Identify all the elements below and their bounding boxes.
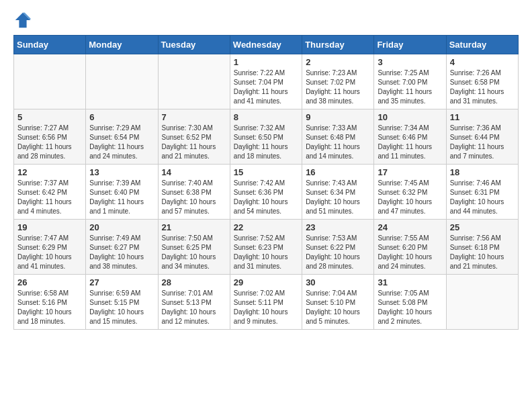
day-content: Sunrise: 7:56 AM Sunset: 6:18 PM Dayligh… bbox=[450, 234, 515, 271]
calendar-cell: 8Sunrise: 7:32 AM Sunset: 6:50 PM Daylig… bbox=[230, 109, 302, 165]
day-number: 9 bbox=[306, 112, 370, 122]
weekday-header-tuesday: Tuesday bbox=[158, 36, 230, 54]
day-content: Sunrise: 7:42 AM Sunset: 6:36 PM Dayligh… bbox=[234, 179, 298, 216]
calendar-cell: 10Sunrise: 7:34 AM Sunset: 6:46 PM Dayli… bbox=[374, 109, 446, 165]
day-content: Sunrise: 7:26 AM Sunset: 6:58 PM Dayligh… bbox=[450, 68, 515, 106]
weekday-header-saturday: Saturday bbox=[446, 36, 518, 54]
day-number: 20 bbox=[89, 222, 154, 232]
day-number: 29 bbox=[234, 277, 298, 287]
logo bbox=[13, 11, 35, 30]
day-number: 11 bbox=[450, 112, 515, 122]
calendar-cell: 14Sunrise: 7:40 AM Sunset: 6:38 PM Dayli… bbox=[158, 165, 230, 220]
calendar-cell: 15Sunrise: 7:42 AM Sunset: 6:36 PM Dayli… bbox=[230, 165, 302, 220]
calendar-cell bbox=[446, 275, 518, 330]
calendar-cell: 18Sunrise: 7:46 AM Sunset: 6:31 PM Dayli… bbox=[446, 165, 518, 220]
calendar-cell: 23Sunrise: 7:53 AM Sunset: 6:22 PM Dayli… bbox=[302, 220, 374, 275]
calendar-cell: 28Sunrise: 7:01 AM Sunset: 5:13 PM Dayli… bbox=[158, 275, 230, 330]
day-number: 4 bbox=[450, 57, 515, 67]
calendar-cell: 24Sunrise: 7:55 AM Sunset: 6:20 PM Dayli… bbox=[374, 220, 446, 275]
calendar-cell: 31Sunrise: 7:05 AM Sunset: 5:08 PM Dayli… bbox=[374, 275, 446, 330]
calendar-cell: 20Sunrise: 7:49 AM Sunset: 6:27 PM Dayli… bbox=[86, 220, 158, 275]
page: SundayMondayTuesdayWednesdayThursdayFrid… bbox=[0, 0, 532, 343]
calendar-cell: 1Sunrise: 7:22 AM Sunset: 7:04 PM Daylig… bbox=[230, 54, 302, 109]
day-number: 31 bbox=[378, 277, 442, 287]
day-number: 28 bbox=[162, 277, 226, 287]
day-number: 16 bbox=[306, 167, 370, 177]
day-content: Sunrise: 7:25 AM Sunset: 7:00 PM Dayligh… bbox=[378, 68, 442, 106]
day-content: Sunrise: 7:49 AM Sunset: 6:27 PM Dayligh… bbox=[89, 234, 154, 271]
day-number: 14 bbox=[162, 167, 226, 177]
day-content: Sunrise: 7:29 AM Sunset: 6:54 PM Dayligh… bbox=[89, 124, 154, 161]
day-content: Sunrise: 7:40 AM Sunset: 6:38 PM Dayligh… bbox=[162, 179, 226, 216]
day-number: 10 bbox=[378, 112, 442, 122]
day-number: 22 bbox=[234, 222, 298, 232]
day-content: Sunrise: 7:46 AM Sunset: 6:31 PM Dayligh… bbox=[450, 179, 515, 216]
day-content: Sunrise: 7:22 AM Sunset: 7:04 PM Dayligh… bbox=[234, 68, 298, 106]
calendar-week-row: 12Sunrise: 7:37 AM Sunset: 6:42 PM Dayli… bbox=[14, 165, 519, 220]
calendar-cell: 4Sunrise: 7:26 AM Sunset: 6:58 PM Daylig… bbox=[446, 54, 518, 109]
calendar-cell: 21Sunrise: 7:50 AM Sunset: 6:25 PM Dayli… bbox=[158, 220, 230, 275]
weekday-header-wednesday: Wednesday bbox=[230, 36, 302, 54]
weekday-header-thursday: Thursday bbox=[302, 36, 374, 54]
calendar-cell: 11Sunrise: 7:36 AM Sunset: 6:44 PM Dayli… bbox=[446, 109, 518, 165]
day-number: 24 bbox=[378, 222, 442, 232]
day-number: 5 bbox=[17, 112, 82, 122]
day-content: Sunrise: 7:34 AM Sunset: 6:46 PM Dayligh… bbox=[378, 124, 442, 161]
header bbox=[13, 11, 519, 30]
calendar-cell: 17Sunrise: 7:45 AM Sunset: 6:32 PM Dayli… bbox=[374, 165, 446, 220]
calendar-cell: 16Sunrise: 7:43 AM Sunset: 6:34 PM Dayli… bbox=[302, 165, 374, 220]
day-number: 25 bbox=[450, 222, 515, 232]
day-number: 23 bbox=[306, 222, 370, 232]
calendar-cell: 27Sunrise: 6:59 AM Sunset: 5:15 PM Dayli… bbox=[86, 275, 158, 330]
calendar-cell: 12Sunrise: 7:37 AM Sunset: 6:42 PM Dayli… bbox=[14, 165, 86, 220]
day-number: 27 bbox=[89, 277, 154, 287]
day-number: 17 bbox=[378, 167, 442, 177]
day-content: Sunrise: 6:59 AM Sunset: 5:15 PM Dayligh… bbox=[89, 289, 154, 326]
day-number: 18 bbox=[450, 167, 515, 177]
calendar-cell: 29Sunrise: 7:02 AM Sunset: 5:11 PM Dayli… bbox=[230, 275, 302, 330]
day-number: 3 bbox=[378, 57, 442, 67]
day-number: 8 bbox=[234, 112, 298, 122]
calendar-cell bbox=[158, 54, 230, 109]
calendar-table: SundayMondayTuesdayWednesdayThursdayFrid… bbox=[13, 35, 519, 330]
day-number: 19 bbox=[17, 222, 82, 232]
weekday-header-sunday: Sunday bbox=[14, 36, 86, 54]
day-number: 6 bbox=[89, 112, 154, 122]
day-content: Sunrise: 7:23 AM Sunset: 7:02 PM Dayligh… bbox=[306, 68, 370, 106]
calendar-cell: 5Sunrise: 7:27 AM Sunset: 6:56 PM Daylig… bbox=[14, 109, 86, 165]
day-number: 2 bbox=[306, 57, 370, 67]
calendar-cell: 30Sunrise: 7:04 AM Sunset: 5:10 PM Dayli… bbox=[302, 275, 374, 330]
day-content: Sunrise: 6:58 AM Sunset: 5:16 PM Dayligh… bbox=[17, 289, 82, 326]
day-content: Sunrise: 7:30 AM Sunset: 6:52 PM Dayligh… bbox=[162, 124, 226, 161]
day-content: Sunrise: 7:01 AM Sunset: 5:13 PM Dayligh… bbox=[162, 289, 226, 326]
calendar-week-row: 26Sunrise: 6:58 AM Sunset: 5:16 PM Dayli… bbox=[14, 275, 519, 330]
day-number: 1 bbox=[234, 57, 298, 67]
day-number: 30 bbox=[306, 277, 370, 287]
day-number: 21 bbox=[162, 222, 226, 232]
calendar-header-row: SundayMondayTuesdayWednesdayThursdayFrid… bbox=[14, 36, 519, 54]
day-number: 13 bbox=[89, 167, 154, 177]
calendar-cell: 2Sunrise: 7:23 AM Sunset: 7:02 PM Daylig… bbox=[302, 54, 374, 109]
day-content: Sunrise: 7:53 AM Sunset: 6:22 PM Dayligh… bbox=[306, 234, 370, 271]
day-content: Sunrise: 7:43 AM Sunset: 6:34 PM Dayligh… bbox=[306, 179, 370, 216]
day-content: Sunrise: 7:05 AM Sunset: 5:08 PM Dayligh… bbox=[378, 289, 442, 326]
day-number: 7 bbox=[162, 112, 226, 122]
day-content: Sunrise: 7:37 AM Sunset: 6:42 PM Dayligh… bbox=[17, 179, 82, 216]
day-content: Sunrise: 7:27 AM Sunset: 6:56 PM Dayligh… bbox=[17, 124, 82, 161]
day-content: Sunrise: 7:02 AM Sunset: 5:11 PM Dayligh… bbox=[234, 289, 298, 326]
calendar-week-row: 5Sunrise: 7:27 AM Sunset: 6:56 PM Daylig… bbox=[14, 109, 519, 165]
day-content: Sunrise: 7:45 AM Sunset: 6:32 PM Dayligh… bbox=[378, 179, 442, 216]
day-content: Sunrise: 7:39 AM Sunset: 6:40 PM Dayligh… bbox=[89, 179, 154, 216]
calendar-cell: 7Sunrise: 7:30 AM Sunset: 6:52 PM Daylig… bbox=[158, 109, 230, 165]
calendar-cell: 3Sunrise: 7:25 AM Sunset: 7:00 PM Daylig… bbox=[374, 54, 446, 109]
svg-marker-0 bbox=[15, 13, 30, 28]
day-content: Sunrise: 7:04 AM Sunset: 5:10 PM Dayligh… bbox=[306, 289, 370, 326]
calendar-cell: 22Sunrise: 7:52 AM Sunset: 6:23 PM Dayli… bbox=[230, 220, 302, 275]
calendar-week-row: 1Sunrise: 7:22 AM Sunset: 7:04 PM Daylig… bbox=[14, 54, 519, 109]
day-content: Sunrise: 7:47 AM Sunset: 6:29 PM Dayligh… bbox=[17, 234, 82, 271]
calendar-cell bbox=[86, 54, 158, 109]
day-content: Sunrise: 7:55 AM Sunset: 6:20 PM Dayligh… bbox=[378, 234, 442, 271]
weekday-header-friday: Friday bbox=[374, 36, 446, 54]
calendar-cell: 19Sunrise: 7:47 AM Sunset: 6:29 PM Dayli… bbox=[14, 220, 86, 275]
day-number: 26 bbox=[17, 277, 82, 287]
